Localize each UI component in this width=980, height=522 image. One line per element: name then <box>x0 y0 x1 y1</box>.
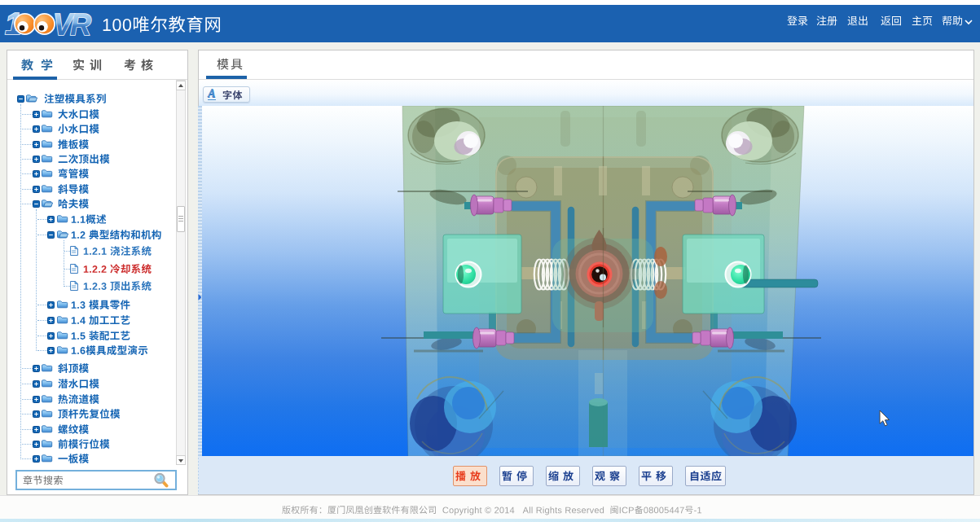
svg-text:VR: VR <box>53 8 91 42</box>
